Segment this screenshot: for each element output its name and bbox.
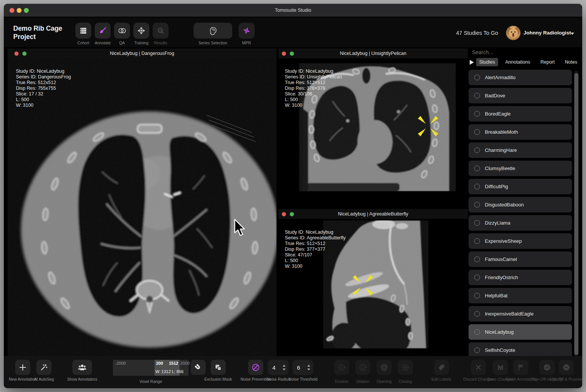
noise-threshold-up-icon[interactable] [307, 365, 310, 367]
cohort-stack-icon [79, 27, 88, 35]
sidebar-tab[interactable]: Studies [476, 58, 498, 66]
study-status-circle-icon [474, 220, 480, 226]
window-titlebar: Tomosuite Studio [4, 4, 582, 17]
study-list-item[interactable]: FriendlyOstrich [469, 270, 572, 285]
seal-check-icon [543, 363, 551, 372]
training-button[interactable] [133, 23, 149, 39]
sidebar-tab[interactable]: Annotations [502, 58, 533, 66]
study-name: BoredEagle [485, 111, 511, 117]
info-line: Study ID: NiceLadybug [16, 69, 71, 74]
user-name[interactable]: Johnny Radiologist [523, 30, 571, 36]
study-status-circle-icon [474, 93, 480, 98]
app-header: Demo Rib Cage Project Cohort Annotate [4, 17, 582, 47]
opening-button[interactable] [377, 360, 392, 375]
study-list-item[interactable]: InexpensiveBaldEagle [469, 306, 572, 322]
info-line: Series ID: DangerousFrog [16, 74, 71, 80]
study-name: NiceLadybug [485, 329, 514, 335]
study-list-item[interactable]: FamousCamel [469, 251, 572, 267]
study-list-item[interactable]: HelpfulBat [469, 288, 572, 303]
sign-off-proceed-button[interactable] [559, 360, 574, 375]
study-status-circle-icon [474, 275, 480, 280]
seal-forward-icon [562, 363, 570, 372]
show-annotators-button[interactable] [72, 360, 92, 375]
save-changes-button[interactable] [493, 360, 508, 375]
sign-off-study-button[interactable] [539, 360, 555, 375]
info-line: Disp Res: 378×378 [285, 86, 342, 91]
study-list-item[interactable]: BadDove [469, 88, 572, 103]
sidebar-tab[interactable]: Report [538, 58, 558, 66]
dog-avatar-icon [506, 26, 520, 40]
noise-radius-stepper[interactable]: 4 [268, 360, 289, 375]
info-line: True Res: 512×512 [285, 80, 342, 86]
collapse-play-icon[interactable] [469, 59, 474, 65]
save-floppy-icon [496, 363, 505, 372]
coronal-viewport-titlebar: NiceLadybug | UnsightlyPelican [278, 48, 468, 58]
magnet-snap-button[interactable] [191, 360, 206, 375]
network-icon [137, 27, 145, 35]
study-list-item[interactable]: BreakableMoth [469, 124, 572, 140]
closing-button[interactable] [398, 360, 413, 375]
chevron-down-icon[interactable] [570, 33, 574, 35]
study-list-item[interactable]: DifficultPig [469, 179, 572, 194]
noise-threshold-stepper[interactable]: 6 [292, 360, 313, 375]
study-list-item[interactable]: DizzyLlama [469, 215, 572, 231]
voxel-high-label: 1512 [169, 361, 178, 365]
finish-annotation-button[interactable] [513, 360, 528, 375]
mpr-button[interactable] [239, 23, 255, 39]
study-name: AlertArmadillo [485, 75, 516, 80]
study-list-item[interactable]: ExpensiveSheep [469, 233, 572, 249]
annotate-button[interactable] [95, 23, 111, 39]
study-name: DizzyLlama [485, 220, 510, 226]
voxel-range-slider[interactable]: -2000 200 1512 2000 W: 1312 L: 856 [113, 360, 189, 376]
project-title: Demo Rib Cage Project [13, 24, 64, 41]
sidebar-scrollbar-thumb[interactable] [574, 73, 578, 355]
study-name: SelfishCoyote [485, 347, 515, 353]
magic-wand-icon [40, 363, 48, 372]
sidebar-tab[interactable]: Notes [562, 58, 580, 66]
info-line: True Res: 512x512 [16, 80, 71, 86]
voxel-window-level: W: 1312 L: 856 [155, 369, 183, 374]
study-list-item[interactable]: SelfishCoyote [469, 342, 572, 358]
study-list: AlertArmadillo BadDove BoredEagle Breaka… [469, 70, 572, 359]
edit-labels-label: Edit Labels [424, 377, 458, 382]
series-selection-button[interactable] [194, 23, 232, 39]
noise-radius-up-icon[interactable] [283, 365, 286, 367]
erosion-button[interactable] [334, 360, 349, 375]
exclusion-mask-button[interactable] [211, 360, 226, 375]
study-status-circle-icon [474, 111, 480, 117]
discard-changes-button[interactable] [471, 360, 486, 375]
study-name: BreakableMoth [485, 129, 518, 135]
study-status-circle-icon [474, 129, 480, 135]
noise-radius-down-icon[interactable] [283, 369, 286, 370]
study-list-item[interactable]: ClumsyBeetle [469, 161, 572, 176]
coronal-info-overlay: Study ID: NiceLadybugSeries ID: Unsightl… [285, 69, 342, 108]
study-list-item[interactable]: NiceLadybug [469, 324, 572, 340]
search-input[interactable] [472, 48, 563, 56]
sagittal-viewport-titlebar: NiceLadybug | AgreeableButterfly [278, 209, 468, 219]
user-avatar[interactable] [506, 26, 520, 40]
discard-x-icon [474, 363, 483, 372]
paintbrush-icon [98, 27, 107, 35]
new-annotation-button[interactable] [15, 360, 30, 375]
dilation-button[interactable] [355, 360, 370, 375]
cohort-button[interactable] [75, 23, 91, 39]
erosion-icon [338, 363, 346, 372]
qa-button[interactable] [114, 23, 130, 39]
noise-threshold-down-icon[interactable] [307, 369, 310, 370]
noise-prevention-button[interactable] [248, 360, 263, 375]
window-title: Tomosuite Studio [4, 4, 582, 17]
study-name: ClumsyBeetle [485, 166, 515, 171]
finish-flag-icon [517, 363, 525, 372]
study-list-item[interactable]: AlertArmadillo [469, 70, 572, 85]
dilation-icon [359, 363, 367, 372]
results-button[interactable] [153, 23, 169, 39]
edit-labels-button[interactable] [434, 360, 449, 375]
voxel-min-label: -2000 [115, 361, 126, 365]
study-list-item[interactable]: CharmingHare [469, 142, 572, 158]
study-name: FamousCamel [485, 256, 517, 262]
ai-autoseg-button[interactable] [36, 360, 52, 375]
study-list-item[interactable]: BoredEagle [469, 106, 572, 122]
info-line: W: 3100 [16, 103, 71, 108]
study-list-item[interactable]: DisgustedBaboon [469, 197, 572, 212]
noise-threshold-value: 6 [292, 364, 307, 371]
